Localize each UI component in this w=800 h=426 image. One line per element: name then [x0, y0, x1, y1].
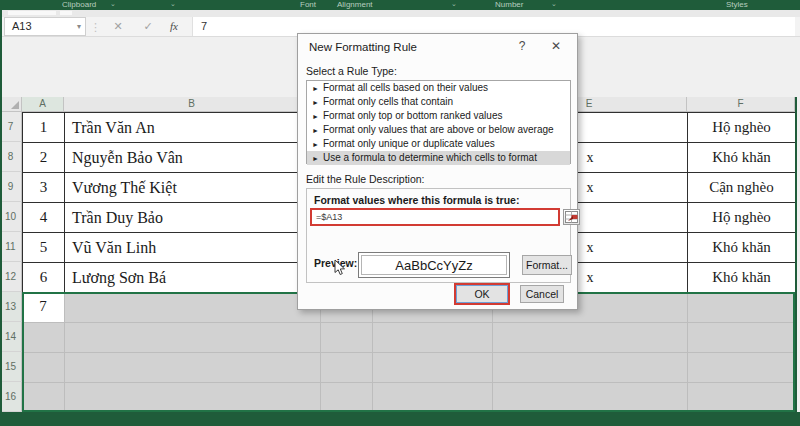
cell-a8[interactable]: 2 [23, 143, 65, 173]
rule-type-option[interactable]: ►Format all cells based on their values [307, 81, 570, 95]
ribbon-edge-strip [0, 10, 800, 17]
cancel-button[interactable]: Cancel [520, 285, 564, 303]
range-selector-icon [564, 210, 579, 224]
chevron-down-icon[interactable]: ⌄ [451, 0, 457, 9]
gridline [22, 352, 795, 353]
cell-b12[interactable]: Lương Sơn Bá [65, 263, 321, 293]
row-header-7[interactable]: 7 [0, 112, 22, 142]
enter-formula-icon[interactable]: ✓ [138, 17, 158, 36]
ribbon-bottom-strip: Clipboard ⌄ Font ⌄ Alignment ⌄ Number ⌄ … [0, 0, 800, 10]
new-formatting-rule-dialog: New Formatting Rule ? ✕ Select a Rule Ty… [297, 33, 578, 310]
rule-type-label: Format only values that are above or bel… [323, 124, 554, 135]
cell-b11[interactable]: Vũ Văn Linh [65, 233, 321, 263]
rule-item-arrow-icon: ► [312, 113, 319, 120]
rule-type-label: Format all cells based on their values [323, 82, 488, 93]
ribbon-group-font[interactable]: Font [300, 0, 316, 10]
insert-function-icon[interactable]: fx [164, 17, 184, 36]
row-header-11[interactable]: 11 [0, 232, 22, 262]
column-header-f[interactable]: F [687, 97, 795, 112]
cell-f10[interactable]: Hộ nghèo [688, 203, 796, 233]
sheet-right-edge [795, 97, 797, 426]
format-button[interactable]: Format... [522, 255, 572, 275]
active-cell-a13[interactable]: 7 [22, 292, 64, 322]
rule-item-arrow-icon: ► [312, 85, 319, 92]
ribbon-group-clipboard[interactable]: Clipboard [62, 0, 96, 10]
close-icon[interactable]: ✕ [548, 39, 564, 53]
cell-f9[interactable]: Cận nghèo [688, 173, 796, 203]
rule-type-option[interactable]: ►Format only cells that contain [307, 95, 570, 109]
chevron-down-icon[interactable]: ⌄ [170, 0, 176, 9]
select-all-triangle-icon [11, 101, 19, 109]
rule-type-option-selected[interactable]: ►Use a formula to determine which cells … [307, 151, 570, 165]
mouse-cursor-icon [334, 259, 346, 276]
rule-type-list: ►Format all cells based on their values … [306, 80, 571, 164]
ribbon-group-styles[interactable]: Styles [726, 0, 748, 10]
rule-type-option[interactable]: ►Format only values that are above or be… [307, 123, 570, 137]
chevron-down-icon[interactable]: ⌄ [551, 0, 557, 9]
cell-a7[interactable]: 1 [23, 113, 65, 143]
rule-type-option[interactable]: ►Format only top or bottom ranked values [307, 109, 570, 123]
ribbon-group-alignment[interactable]: Alignment [337, 0, 373, 10]
row-header-9[interactable]: 9 [0, 172, 22, 202]
formula-input[interactable]: =$A13 [312, 210, 558, 224]
cell-a11[interactable]: 5 [23, 233, 65, 263]
ok-button[interactable]: OK [456, 285, 508, 303]
rule-type-label: Format only top or bottom ranked values [323, 110, 503, 121]
gridline [22, 322, 795, 323]
row-header-10[interactable]: 10 [0, 202, 22, 232]
cell-b7[interactable]: Trần Văn An [65, 113, 321, 143]
select-all-corner[interactable] [0, 97, 22, 112]
cell-b10[interactable]: Trần Duy Bảo [65, 203, 321, 233]
gridline [22, 382, 795, 383]
rule-item-arrow-icon: ► [312, 127, 319, 134]
cancel-formula-icon[interactable]: ✕ [108, 17, 128, 36]
rule-type-option[interactable]: ►Format only unique or duplicate values [307, 137, 570, 151]
row-header-13[interactable]: 13 [0, 292, 22, 322]
formula-prompt-label: Format values where this formula is true… [314, 194, 519, 206]
row-header-8[interactable]: 8 [0, 142, 22, 172]
column-header-a[interactable]: A [22, 97, 64, 112]
window-bottom-strip [0, 412, 800, 426]
cell-f12[interactable]: Khó khăn [688, 263, 796, 293]
rule-type-label: Format only cells that contain [323, 96, 453, 107]
select-rule-type-label: Select a Rule Type: [306, 65, 397, 77]
ribbon-button-remnant [60, 11, 72, 15]
cell-a9[interactable]: 3 [23, 173, 65, 203]
edit-rule-description-label: Edit the Rule Description: [306, 173, 424, 185]
separator-dots-icon: ⋮ [90, 18, 101, 36]
cell-b8[interactable]: Nguyễn Bảo Vân [65, 143, 321, 173]
rule-item-arrow-icon: ► [312, 99, 319, 106]
window-left-edge [0, 0, 2, 426]
excel-window: Clipboard ⌄ Font ⌄ Alignment ⌄ Number ⌄ … [0, 0, 800, 426]
cell-b9[interactable]: Vương Thế Kiệt [65, 173, 321, 203]
cell-a12[interactable]: 6 [23, 263, 65, 293]
name-box[interactable]: A13 ▾ [4, 17, 86, 36]
selected-range[interactable]: 7 [22, 292, 795, 412]
help-icon[interactable]: ? [514, 39, 530, 53]
formula-input-highlight: =$A13 [310, 208, 560, 226]
ribbon-button-remnant [8, 11, 56, 15]
ok-button-highlight: OK [454, 283, 510, 305]
row-header-14[interactable]: 14 [0, 322, 22, 352]
range-selector-button[interactable] [563, 209, 580, 225]
rule-type-label: Format only unique or duplicate values [323, 138, 495, 149]
row-header-15[interactable]: 15 [0, 352, 22, 382]
cell-f7[interactable]: Hộ nghèo [688, 113, 796, 143]
format-preview: AaBbCcYyZz [358, 252, 510, 278]
row-header-16[interactable]: 16 [0, 382, 22, 412]
row-header-12[interactable]: 12 [0, 262, 22, 292]
cell-f11[interactable]: Khó khăn [688, 233, 796, 263]
rule-item-arrow-icon: ► [312, 141, 319, 148]
name-box-dropdown-icon[interactable]: ▾ [77, 18, 81, 35]
rule-item-arrow-icon: ► [312, 155, 319, 162]
cell-a10[interactable]: 4 [23, 203, 65, 233]
cell-f8[interactable]: Khó khăn [688, 143, 796, 173]
ribbon-group-number[interactable]: Number [495, 0, 523, 10]
column-header-b[interactable]: B [64, 97, 320, 112]
dialog-title: New Formatting Rule [309, 41, 417, 53]
rule-type-label: Use a formula to determine which cells t… [323, 152, 537, 163]
chevron-down-icon[interactable]: ⌄ [110, 0, 116, 9]
name-box-value: A13 [12, 20, 32, 32]
